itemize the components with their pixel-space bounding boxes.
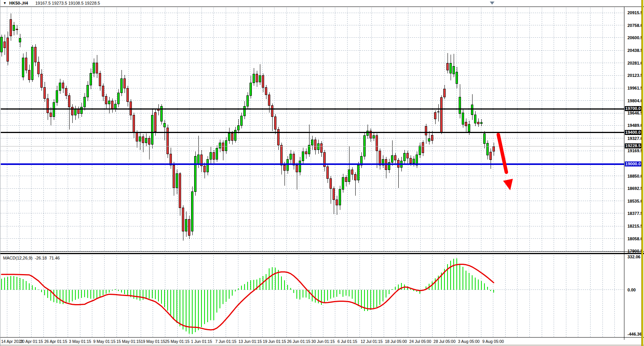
time-axis-label: 1 Jun 01:15 <box>191 339 212 344</box>
price-axis-label: 18850.0 <box>627 174 643 178</box>
chart-window: ▼ HK50-,H4 19167.5 19273.5 19108.5 19228… <box>0 0 644 346</box>
price-level-box-label: 19000.0 <box>625 161 641 166</box>
macd-panel-separator[interactable] <box>0 251 644 252</box>
price-axis-label: 19646.5 <box>627 111 643 115</box>
time-axis-label: 9 Aug 05:00 <box>483 339 504 344</box>
macd-axis-label: -446.36 <box>627 332 642 336</box>
price-level-box-label: 19228.5 <box>625 143 641 148</box>
macd-axis-label: 0.00 <box>627 288 636 292</box>
price-axis-label: 20281.0 <box>627 61 643 65</box>
price-level-box-label: 19400.0 <box>625 130 641 135</box>
price-axis-label: 19327.0 <box>627 136 643 141</box>
price-axis-label: 20758.0 <box>627 23 643 28</box>
macd-name: MACD(12,26,9) <box>3 256 32 260</box>
time-axis-label: 20 Apr 01:15 <box>20 339 43 344</box>
horizontal-gridlines <box>1 13 624 290</box>
time-axis-label: 30 Jun 01:15 <box>311 339 335 344</box>
trend-arrow-annotation[interactable] <box>498 135 513 190</box>
time-axis-label: 13 Jun 01:15 <box>238 339 262 344</box>
time-axis-label: 26 Apr 01:15 <box>44 339 67 344</box>
time-axis-label: 19 Jun 01:15 <box>263 339 286 344</box>
price-axis-label: 18058.0 <box>627 236 643 241</box>
time-axis-label: 26 Jun 01:15 <box>287 339 311 344</box>
candles-group <box>1 13 495 241</box>
chart-symbol-period: HK50-,H4 <box>9 1 28 5</box>
time-axis-label: 15 May 01:15 <box>116 339 141 344</box>
price-axis-label: 19169.5 <box>627 148 643 153</box>
chart-bottom-border <box>0 337 644 338</box>
time-axis-label: 6 Jul 01:15 <box>338 339 357 344</box>
price-axis-label: 20915.5 <box>627 10 643 15</box>
time-axis-label: 12 Jul 01:15 <box>361 339 383 344</box>
last-bar-marker-icon[interactable] <box>490 2 494 5</box>
price-axis-label: 20600.5 <box>627 35 643 40</box>
time-axis[interactable]: 14 Apr 202320 Apr 01:1526 Apr 01:153 May… <box>0 338 624 344</box>
window-bottom-strip <box>0 344 644 346</box>
time-axis-label: 25 May 01:15 <box>165 339 190 344</box>
price-axis-label: 19804.0 <box>627 98 643 103</box>
window-right-border <box>641 0 643 346</box>
macd-main-value: -26.18 <box>35 256 47 260</box>
price-axis-border <box>624 7 624 340</box>
price-axis-label: 20438.5 <box>627 48 643 53</box>
window-left-border <box>0 0 0 346</box>
ohlc-values: 19167.5 19273.5 19108.5 19228.5 <box>35 1 100 5</box>
chart-title-bar: ▼ HK50-,H4 19167.5 19273.5 19108.5 19228… <box>0 0 624 7</box>
price-axis-label: 19489.0 <box>627 123 643 128</box>
macd-indicator-label: MACD(12,26,9) -26.18 71.46 <box>3 256 60 260</box>
macd-signal-value: 71.46 <box>49 256 60 260</box>
price-axis-label: 19961.5 <box>627 86 643 90</box>
price-level-box-label: 19700.0 <box>625 106 641 111</box>
price-axis-label: 18535.0 <box>627 199 643 203</box>
time-axis-label: 18 Jul 05:00 <box>385 339 407 344</box>
price-axis-label: 18215.5 <box>627 224 643 228</box>
price-chart-canvas[interactable] <box>0 0 644 346</box>
time-axis-label: 9 May 01:15 <box>93 339 115 344</box>
macd-panel-separator-thick[interactable] <box>0 253 644 254</box>
vertical-gridlines <box>7 8 615 337</box>
price-axis-label: 18692.5 <box>627 186 643 191</box>
symbol-dropdown-icon[interactable]: ▼ <box>3 1 7 5</box>
time-axis-label: 3 Aug 05:00 <box>458 339 479 344</box>
time-axis-label: 24 Jul 05:00 <box>409 339 431 344</box>
chart-top-border <box>0 7 644 7</box>
time-axis-label: 19 May 01:15 <box>141 339 165 344</box>
price-axis-label: 18377.5 <box>627 211 643 216</box>
time-axis-label: 7 Jun 01:15 <box>215 339 236 344</box>
time-axis-label: 3 May 01:15 <box>69 339 91 344</box>
time-axis-label: 28 Jul 05:00 <box>434 339 456 344</box>
macd-axis-label: 332.06 <box>627 255 641 259</box>
price-axis-label: 20123.5 <box>627 73 643 78</box>
price-axis[interactable]: 20915.520758.020600.520438.520281.020123… <box>624 0 642 346</box>
